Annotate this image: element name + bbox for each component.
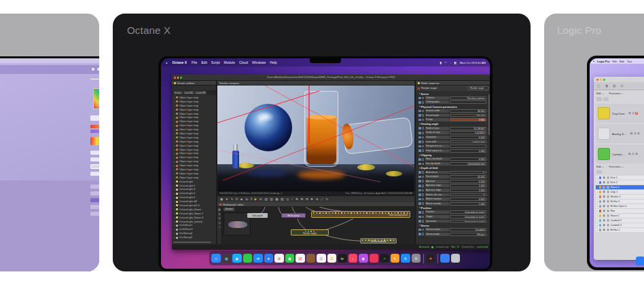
node-swatch[interactable] bbox=[422, 114, 425, 117]
drum-row[interactable]: ▸ M S Kick 2 bbox=[596, 180, 644, 185]
refresh-icon[interactable]: ⟳ bbox=[236, 197, 238, 201]
stepper-icon[interactable]: ⌄ bbox=[487, 215, 489, 218]
settings-icon[interactable]: ⚙ bbox=[260, 197, 262, 201]
twisty-icon[interactable]: ▸ bbox=[174, 100, 175, 103]
twisty-icon[interactable]: ▸ bbox=[174, 109, 175, 111]
twisty-icon[interactable]: ▸ bbox=[174, 145, 175, 147]
checkbox-icon[interactable]: ✓ bbox=[418, 176, 421, 178]
parameter-value[interactable]: 135.000 bbox=[450, 114, 486, 117]
menu-app-name[interactable]: Octane X bbox=[172, 60, 187, 64]
menu-item[interactable]: Edit bbox=[620, 60, 624, 63]
library-button[interactable] bbox=[603, 97, 609, 101]
stepper-icon[interactable]: ⌄ bbox=[487, 211, 489, 214]
drum-row[interactable]: ▸ M S Clap 1 bbox=[596, 190, 644, 195]
nodes-icon[interactable]: ▦ bbox=[218, 208, 220, 211]
parameter-value[interactable]: 50.000 bbox=[450, 175, 486, 178]
gradient-bar-red-green[interactable] bbox=[90, 125, 99, 128]
twisty-icon[interactable]: ▸ bbox=[174, 180, 175, 183]
track-header[interactable]: Analog S… M S R bbox=[596, 124, 644, 143]
panel-row[interactable] bbox=[90, 157, 99, 162]
vertical-scrollbar[interactable] bbox=[488, 94, 490, 135]
parameter-value[interactable]: (rearrange to reset) bbox=[450, 215, 486, 218]
mute-button[interactable]: M bbox=[630, 132, 633, 135]
checkbox-icon[interactable]: ✓ bbox=[418, 127, 421, 130]
twisty-icon[interactable]: ▸ bbox=[174, 124, 175, 127]
twisty-icon[interactable]: ▸ bbox=[174, 200, 175, 203]
app-brown-icon[interactable] bbox=[306, 254, 316, 263]
edit-menu[interactable]: Edit ⌄ bbox=[596, 165, 604, 168]
node-swatch[interactable] bbox=[422, 149, 425, 152]
add-row-button[interactable] bbox=[596, 170, 602, 174]
parameter-value[interactable]: (rearrange to reset) bbox=[450, 220, 486, 223]
parameter-value[interactable]: Thin lens camera bbox=[450, 96, 486, 100]
mute-button[interactable]: M bbox=[603, 191, 606, 193]
solo-button[interactable]: S bbox=[607, 224, 609, 227]
node-mesh-group[interactable]: Mesh group bbox=[281, 213, 306, 218]
checkbox-icon[interactable]: ✓ bbox=[418, 189, 421, 192]
record-button[interactable]: R bbox=[635, 112, 638, 115]
wifi-icon[interactable]: ◠ bbox=[444, 61, 447, 64]
nodegraph-minimap[interactable] bbox=[223, 212, 251, 235]
maps-icon[interactable]: ➤ bbox=[264, 254, 274, 263]
node-swatch[interactable] bbox=[422, 110, 425, 113]
region-add-icon[interactable]: ⊞ bbox=[300, 197, 303, 201]
twisty-icon[interactable]: ▸ bbox=[174, 113, 175, 115]
finder-icon[interactable]: ☺ bbox=[211, 254, 221, 263]
parameter-value[interactable]: 0.000 bbox=[450, 136, 486, 139]
checkbox-icon[interactable]: ✓ bbox=[418, 220, 421, 223]
toolbar-glyphs[interactable]: ▢ ◨ ▥ ◎ bbox=[597, 84, 625, 88]
node-swatch[interactable] bbox=[422, 140, 425, 143]
drum-row[interactable]: ▸ M S Hi-Hat 2 bbox=[596, 228, 644, 233]
edit-menu[interactable]: Edit ⌄ bbox=[596, 92, 604, 95]
calendar-icon[interactable]: 18 bbox=[296, 254, 305, 263]
checkbox-icon[interactable]: ✓ bbox=[418, 202, 421, 205]
outliner-tab[interactable]: Live DB bbox=[183, 91, 194, 94]
node-diffuse-material[interactable]: Diffuse material bbox=[360, 238, 397, 244]
drum-row[interactable]: ▸ M S Hi-Hat 1 bbox=[596, 200, 644, 204]
checkbox-icon[interactable]: ✓ bbox=[418, 119, 421, 121]
stocks-icon[interactable]: ↗ bbox=[380, 254, 389, 263]
blue-action-button[interactable] bbox=[636, 256, 644, 265]
menu-item[interactable]: Module bbox=[224, 60, 235, 64]
outliner-tab[interactable]: Local DB bbox=[195, 91, 207, 94]
fitness-icon[interactable] bbox=[370, 254, 379, 263]
checkbox-icon[interactable]: ✓ bbox=[418, 198, 421, 201]
checkbox-icon[interactable]: ✓ bbox=[418, 132, 421, 134]
checkbox-icon[interactable]: ✓ bbox=[418, 193, 421, 196]
zoom-button[interactable] bbox=[603, 79, 605, 81]
add-icon[interactable]: ✚ bbox=[310, 197, 313, 201]
panel-field[interactable] bbox=[90, 115, 99, 121]
menu-item[interactable]: Windows bbox=[252, 60, 266, 64]
pick-icon[interactable]: ➤ bbox=[226, 197, 228, 201]
node-swatch[interactable] bbox=[422, 193, 425, 196]
node-swatch[interactable] bbox=[422, 171, 425, 174]
menu-item[interactable]: File bbox=[192, 60, 197, 64]
node-swatch[interactable] bbox=[422, 198, 425, 201]
mute-button[interactable]: M bbox=[603, 200, 606, 203]
stepper-icon[interactable]: ⌄ bbox=[487, 171, 489, 174]
twisty-icon[interactable]: ▸ bbox=[174, 168, 175, 171]
stepper-icon[interactable]: ⌄ bbox=[487, 185, 489, 187]
gradient-bar-rainbow[interactable] bbox=[90, 137, 99, 145]
parameter-value[interactable] bbox=[450, 145, 486, 148]
stepper-icon[interactable]: ⌄ bbox=[487, 202, 489, 205]
node-swatch[interactable] bbox=[422, 229, 425, 231]
drum-row[interactable]: ▸ M S Hi-Hat Open 1 bbox=[596, 204, 644, 209]
octane-x-dock-icon[interactable]: ✱ bbox=[426, 254, 435, 263]
zoom-in-icon[interactable]: ⊞ bbox=[218, 217, 220, 220]
node-swatch[interactable] bbox=[422, 180, 425, 183]
tool-circle-1[interactable] bbox=[92, 68, 94, 71]
node-swatch[interactable] bbox=[422, 202, 425, 205]
parameter-value[interactable]: ✎ bbox=[450, 171, 486, 174]
facetime-icon[interactable]: ▣ bbox=[285, 254, 295, 263]
close-button[interactable] bbox=[596, 79, 598, 81]
apple-logo-icon[interactable]: ● bbox=[166, 61, 167, 64]
solo-button[interactable]: S bbox=[607, 176, 609, 179]
control-center-icon[interactable]: ◧ bbox=[454, 61, 457, 64]
functions-menu[interactable]: Functions ⌄ bbox=[609, 92, 624, 95]
outliner-row[interactable]: ▸ OctGlossy5 bbox=[172, 235, 216, 240]
checkbox-icon[interactable]: ✓ bbox=[418, 114, 421, 117]
render-viewport[interactable] bbox=[217, 86, 414, 191]
solo-button[interactable]: S bbox=[607, 229, 609, 231]
launchpad-icon[interactable]: ▦ bbox=[222, 254, 232, 263]
